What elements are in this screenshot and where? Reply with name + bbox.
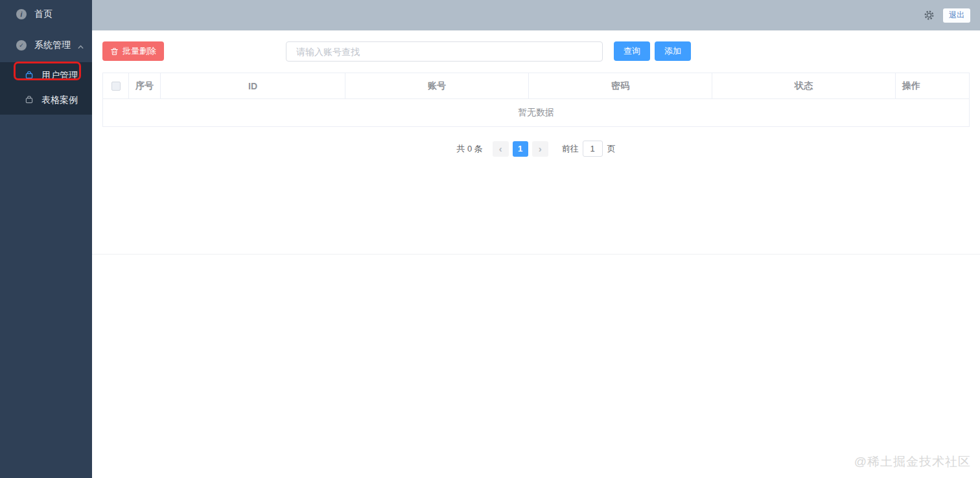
content-panel: 批量删除 查询 添加 序号 ID 账号 密码 状态 操作 暂无数据 共 0 条 [92, 30, 980, 255]
bag-icon [25, 95, 34, 106]
sidebar-item-label: 用户管理 [41, 70, 78, 82]
sidebar-item-system-management[interactable]: ✓ 系统管理 [0, 34, 92, 57]
toolbar: 批量删除 查询 添加 [102, 41, 970, 61]
column-header-status: 状态 [712, 73, 896, 98]
sidebar-item-user-management[interactable]: 用户管理 [0, 63, 92, 88]
column-header-account: 账号 [345, 73, 529, 98]
goto-page-input[interactable] [583, 141, 603, 157]
batch-delete-button[interactable]: 批量删除 [102, 41, 164, 61]
watermark: @稀土掘金技术社区 [854, 453, 971, 470]
query-button[interactable]: 查询 [614, 41, 650, 61]
main-area: 退出 批量删除 查询 添加 序号 ID 账号 密码 状态 [92, 0, 980, 478]
topbar: 退出 [92, 0, 980, 30]
batch-delete-label: 批量删除 [122, 45, 156, 57]
select-all-checkbox[interactable] [111, 82, 121, 91]
info-circle-icon: i [16, 9, 27, 19]
column-header-id: ID [161, 73, 345, 98]
column-header-actions: 操作 [896, 73, 969, 98]
page-unit-label: 页 [607, 143, 616, 155]
sidebar-submenu: 用户管理 表格案例 [0, 62, 92, 115]
search-input[interactable] [286, 41, 603, 62]
sidebar-item-label: 首页 [34, 8, 52, 20]
pagination: 共 0 条 1 前往 页 [92, 141, 980, 157]
table-header-row: 序号 ID 账号 密码 状态 操作 [103, 73, 969, 99]
check-circle-icon: ✓ [16, 40, 27, 51]
chevron-up-icon [77, 42, 84, 52]
goto-label: 前往 [562, 143, 579, 155]
gear-icon[interactable] [924, 10, 935, 21]
logout-button[interactable]: 退出 [943, 8, 970, 23]
sidebar-item-label: 系统管理 [34, 40, 71, 51]
select-all-cell [103, 73, 129, 98]
pagination-total: 共 0 条 [456, 143, 482, 155]
sidebar-item-label: 表格案例 [41, 95, 78, 106]
sidebar-item-home[interactable]: i 首页 [0, 3, 92, 26]
chevron-right-icon[interactable] [532, 141, 548, 157]
table-empty-state: 暂无数据 [103, 99, 969, 126]
add-button[interactable]: 添加 [655, 41, 691, 61]
sidebar-item-table-example[interactable]: 表格案例 [0, 88, 92, 113]
trash-icon [110, 47, 119, 56]
column-header-index: 序号 [129, 73, 161, 98]
bag-icon [25, 71, 34, 82]
sidebar: i 首页 ✓ 系统管理 用户管理 表格案例 [0, 0, 92, 478]
chevron-left-icon[interactable] [493, 141, 509, 157]
user-table: 序号 ID 账号 密码 状态 操作 暂无数据 [102, 73, 970, 127]
column-header-password: 密码 [529, 73, 712, 98]
pagination-page-1[interactable]: 1 [513, 141, 528, 157]
